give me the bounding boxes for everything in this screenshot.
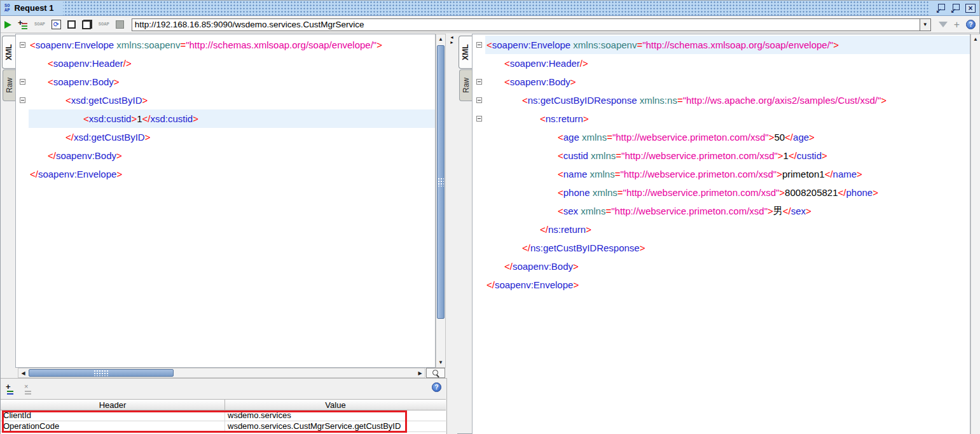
tab-response-raw[interactable]: Raw — [459, 69, 473, 101]
create-empty-button[interactable] — [67, 20, 76, 29]
xml-line-text[interactable]: </soapenv:Body> — [29, 146, 435, 165]
value-cell[interactable]: wsdemo.services.CustMgrService.getCustBy… — [225, 421, 446, 431]
fold-toggle[interactable] — [16, 73, 29, 91]
xml-line-text[interactable]: <xsd:getCustByID> — [29, 91, 435, 109]
xml-line[interactable]: </soapenv:Body> — [473, 257, 970, 276]
tab-response-xml[interactable]: XML — [459, 36, 472, 69]
xml-line[interactable]: <age xmlns="http://webservice.primeton.c… — [473, 128, 970, 146]
remove-header-button[interactable]: × — [24, 384, 34, 395]
xml-line[interactable]: <name xmlns="http://webservice.primeton.… — [473, 165, 970, 183]
collapse-minus-icon[interactable] — [20, 79, 25, 85]
response-vertical-scrollbar[interactable]: ▲ — [970, 34, 980, 434]
xml-line-text[interactable]: <custid xmlns="http://webservice.primeto… — [485, 146, 970, 165]
xml-line-text[interactable]: </ns:getCustByIDResponse> — [485, 239, 970, 257]
fold-toggle[interactable] — [473, 109, 485, 128]
help-icon[interactable] — [966, 20, 976, 29]
request-horizontal-scrollbar[interactable]: ◀ ▶ — [18, 368, 425, 378]
add-endpoint-button[interactable]: + — [954, 20, 960, 29]
unmaximize-window-icon[interactable] — [936, 4, 946, 12]
clone-request-button[interactable] — [82, 20, 92, 29]
xml-line-text[interactable]: <soapenv:Body> — [485, 73, 970, 91]
request-xml-editor[interactable]: <soapenv:Envelope xmlns:soapenv="http://… — [15, 34, 436, 368]
xml-line[interactable]: <soapenv:Body> — [473, 73, 970, 91]
scroll-down-icon[interactable]: ▼ — [436, 358, 445, 367]
xml-line[interactable]: </ns:return> — [473, 220, 970, 239]
xml-line[interactable]: <soapenv:Header/> — [16, 54, 435, 73]
scroll-up-icon[interactable]: ▲ — [971, 34, 980, 44]
xml-line-text[interactable]: </xsd:getCustByID> — [29, 128, 435, 146]
float-window-icon[interactable] — [951, 4, 960, 12]
xml-line[interactable]: <custid xmlns="http://webservice.primeto… — [473, 146, 970, 165]
column-value[interactable]: Value — [225, 400, 446, 410]
close-icon[interactable] — [965, 4, 976, 13]
soap-action-icon[interactable]: SOAP — [34, 22, 45, 27]
collapse-minus-icon[interactable] — [476, 116, 482, 122]
xml-line-text[interactable]: <soapenv:Envelope xmlns:soapenv="http://… — [485, 36, 970, 54]
recreate-request-button[interactable] — [52, 20, 61, 29]
xml-line[interactable]: <sex xmlns="http://webservice.primeton.c… — [473, 202, 970, 220]
xml-line[interactable]: <xsd:getCustByID> — [16, 91, 435, 109]
xml-line-text[interactable]: <phone xmlns="http://webservice.primeton… — [485, 183, 970, 202]
xml-line[interactable]: </xsd:getCustByID> — [16, 128, 435, 146]
tab-request-raw[interactable]: Raw — [3, 69, 16, 101]
collapse-minus-icon[interactable] — [20, 42, 25, 48]
cancel-request-button[interactable] — [116, 20, 124, 29]
fold-toggle[interactable] — [473, 73, 485, 91]
submit-request-button[interactable] — [4, 21, 11, 29]
xml-line[interactable]: <soapenv:Body> — [16, 73, 435, 91]
column-header[interactable]: Header — [1, 400, 225, 410]
endpoint-url-combo[interactable]: http://192.168.16.85:9090/wsdemo.service… — [132, 18, 931, 31]
xml-line-text[interactable]: <soapenv:Envelope xmlns:soapenv="http://… — [29, 36, 435, 54]
table-row[interactable]: OperationCodewsdemo.services.CustMgrServ… — [1, 421, 446, 432]
table-row[interactable]: ClientIdwsdemo.services — [1, 410, 446, 421]
fold-toggle[interactable] — [16, 36, 29, 54]
scroll-up-icon[interactable]: ▲ — [436, 34, 445, 44]
collapse-minus-icon[interactable] — [20, 97, 25, 103]
xml-line[interactable]: <soapenv:Envelope xmlns:soapenv="http://… — [16, 36, 435, 54]
editor-zoom-button[interactable] — [426, 368, 445, 378]
xml-line[interactable]: <soapenv:Envelope xmlns:soapenv="http://… — [473, 36, 970, 54]
xml-line-text[interactable]: </ns:return> — [485, 220, 970, 239]
xml-line-text[interactable]: <soapenv:Header/> — [485, 54, 970, 73]
collapse-minus-icon[interactable] — [476, 97, 482, 103]
scroll-right-icon[interactable]: ▶ — [415, 368, 425, 377]
collapse-minus-icon[interactable] — [476, 42, 482, 48]
tab-request-xml[interactable]: XML — [2, 36, 15, 69]
request-vertical-scrollbar[interactable]: ▲ ▼ — [436, 34, 446, 368]
scroll-left-icon[interactable]: ◀ — [18, 368, 28, 377]
add-to-testcase-button[interactable]: + — [18, 20, 28, 29]
xml-line-text[interactable]: </soapenv:Envelope> — [485, 276, 970, 294]
add-header-button[interactable]: + — [6, 384, 16, 395]
endpoint-url-input[interactable]: http://192.168.16.85:9090/wsdemo.service… — [132, 19, 920, 31]
header-cell[interactable]: ClientId — [1, 410, 225, 421]
xml-line[interactable]: </soapenv:Body> — [16, 146, 435, 165]
xml-line[interactable]: </soapenv:Envelope> — [473, 276, 970, 294]
xml-line[interactable]: <ns:return> — [473, 109, 970, 128]
soap-version-icon[interactable]: SOAP — [99, 22, 109, 27]
xml-line-text[interactable]: <sex xmlns="http://webservice.primeton.c… — [485, 202, 970, 220]
xml-line-text[interactable]: <ns:return> — [485, 109, 970, 128]
xml-line[interactable]: <phone xmlns="http://webservice.primeton… — [473, 183, 970, 202]
headers-help-icon[interactable] — [432, 382, 441, 392]
xml-line-text[interactable]: <age xmlns="http://webservice.primeton.c… — [485, 128, 970, 146]
headers-table-head[interactable]: Header Value — [1, 399, 446, 410]
fold-toggle[interactable] — [473, 36, 485, 54]
xml-line[interactable]: <ns:getCustByIDResponse xmlns:ns="http:/… — [473, 91, 970, 109]
xml-line-text[interactable]: <xsd:custid>1</xsd:custid> — [29, 109, 435, 128]
panel-splitter[interactable]: ◄ ► — [447, 33, 457, 434]
fold-toggle[interactable] — [473, 91, 485, 109]
response-xml-editor[interactable]: <soapenv:Envelope xmlns:soapenv="http://… — [472, 34, 970, 434]
xml-line[interactable]: </soapenv:Envelope> — [16, 165, 435, 183]
header-cell[interactable]: OperationCode — [1, 421, 225, 431]
xml-line[interactable]: <soapenv:Header/> — [473, 54, 970, 73]
xml-line-text[interactable]: <soapenv:Body> — [29, 73, 435, 91]
xml-line-text[interactable]: <name xmlns="http://webservice.primeton.… — [485, 165, 970, 183]
xml-line[interactable]: <xsd:custid>1</xsd:custid> — [16, 109, 435, 128]
xml-line-text[interactable]: </soapenv:Body> — [485, 257, 970, 276]
xml-line-text[interactable]: <ns:getCustByIDResponse xmlns:ns="http:/… — [485, 91, 970, 109]
xml-line-text[interactable]: </soapenv:Envelope> — [29, 165, 435, 183]
xml-line[interactable]: </ns:getCustByIDResponse> — [473, 239, 970, 257]
request-hscroll-thumb[interactable] — [29, 369, 174, 377]
filter-button[interactable] — [939, 22, 948, 27]
fold-toggle[interactable] — [16, 91, 29, 109]
